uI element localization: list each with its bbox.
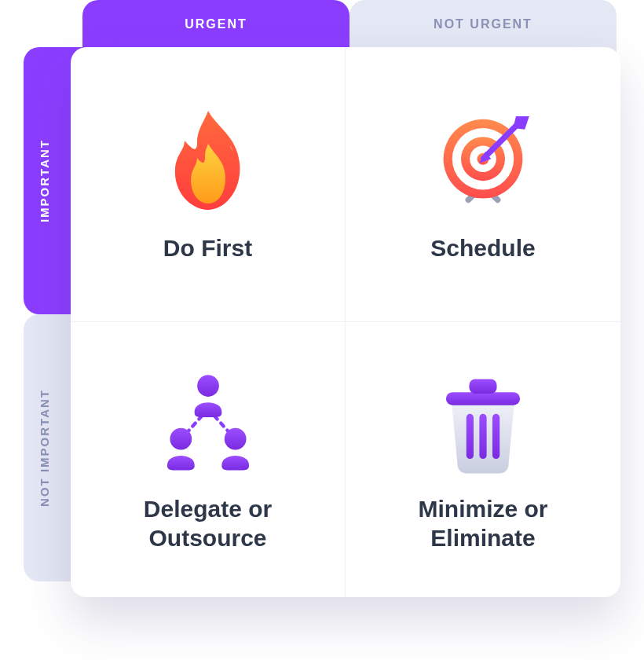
quadrant-delegate-label: Delegate or Outsource bbox=[106, 494, 310, 553]
tab-not-important-label: NOT IMPORTANT bbox=[38, 389, 51, 507]
svg-rect-14 bbox=[479, 413, 486, 458]
tab-important-label: IMPORTANT bbox=[38, 139, 51, 222]
tab-urgent-label: URGENT bbox=[185, 17, 247, 31]
quadrant-do-first-label: Do First bbox=[163, 233, 252, 263]
quadrant-eliminate-label: Minimize or Eliminate bbox=[381, 494, 585, 553]
svg-rect-16 bbox=[446, 392, 520, 405]
quadrant-do-first: Do First bbox=[71, 47, 346, 322]
eisenhower-matrix: Do First bbox=[71, 47, 620, 597]
target-arrow-icon bbox=[428, 106, 538, 216]
trash-icon bbox=[428, 367, 538, 477]
tab-not-urgent-label: NOT URGENT bbox=[434, 17, 532, 31]
people-tree-icon bbox=[153, 367, 263, 477]
svg-point-12 bbox=[224, 427, 246, 449]
quadrant-schedule: Schedule bbox=[346, 47, 620, 322]
svg-rect-15 bbox=[492, 413, 499, 458]
svg-rect-13 bbox=[467, 413, 474, 458]
fire-icon bbox=[153, 106, 263, 216]
quadrant-delegate: Delegate or Outsource bbox=[71, 322, 346, 597]
svg-point-11 bbox=[170, 427, 192, 449]
svg-point-10 bbox=[197, 375, 219, 397]
quadrant-schedule-label: Schedule bbox=[430, 233, 535, 263]
svg-rect-17 bbox=[469, 379, 496, 393]
quadrant-eliminate: Minimize or Eliminate bbox=[346, 322, 620, 597]
svg-marker-7 bbox=[513, 116, 529, 130]
